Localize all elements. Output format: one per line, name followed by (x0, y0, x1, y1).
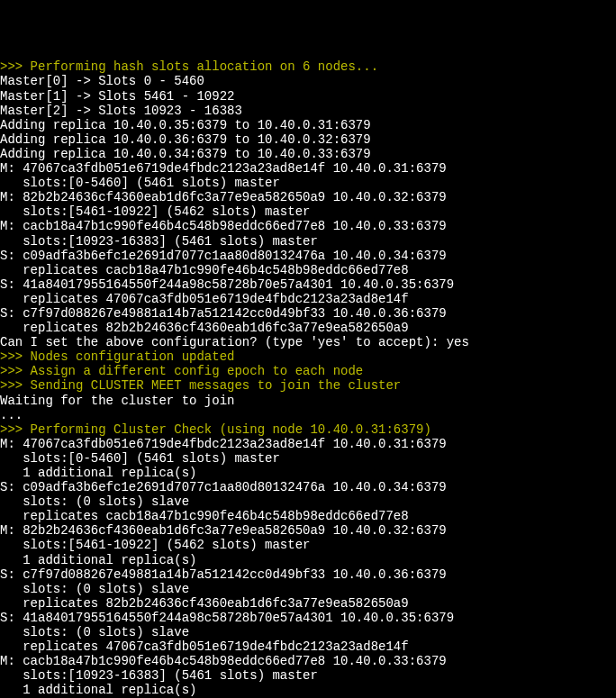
terminal-line: replicates 47067ca3fdb051e6719de4fbdc212… (0, 292, 616, 306)
terminal-line: slots:[10923-16383] (5461 slots) master (0, 234, 616, 249)
terminal-line: S: 41a84017955164550f244a98c58728b70e57a… (0, 611, 616, 625)
terminal-line: slots:[5461-10922] (5462 slots) master (0, 538, 616, 552)
terminal-line: slots:[0-5460] (5461 slots) master (0, 176, 616, 190)
terminal-line: Adding replica 10.40.0.35:6379 to 10.40.… (0, 118, 616, 132)
terminal-line: S: c09adfa3b6efc1e2691d7077c1aa80d801324… (0, 249, 616, 263)
terminal-line: slots: (0 slots) slave (0, 494, 616, 509)
terminal-line: slots:[10923-16383] (5461 slots) master (0, 668, 616, 683)
terminal-line: replicates cacb18a47b1c990fe46b4c548b98e… (0, 509, 616, 523)
terminal-line: >>> Performing Cluster Check (using node… (0, 422, 616, 437)
terminal-line: S: c7f97d088267e49881a14b7a512142cc0d49b… (0, 306, 616, 321)
terminal-line: slots: (0 slots) slave (0, 582, 616, 596)
terminal-line: Master[0] -> Slots 0 - 5460 (0, 74, 616, 88)
terminal-line: 1 additional replica(s) (0, 553, 616, 567)
terminal-line: >>> Sending CLUSTER MEET messages to joi… (0, 378, 616, 393)
terminal-line: M: cacb18a47b1c990fe46b4c548b98eddc66ed7… (0, 654, 616, 668)
terminal-line: M: cacb18a47b1c990fe46b4c548b98eddc66ed7… (0, 219, 616, 233)
terminal-line: M: 82b2b24636cf4360eab1d6fc3a77e9ea58265… (0, 523, 616, 538)
terminal-line: >>> Performing hash slots allocation on … (0, 59, 616, 74)
terminal-line: ... (0, 408, 616, 422)
terminal-line: S: 41a84017955164550f244a98c58728b70e57a… (0, 277, 616, 292)
terminal-line: 1 additional replica(s) (0, 683, 616, 697)
terminal-line: replicates 47067ca3fdb051e6719de4fbdc212… (0, 639, 616, 654)
terminal-line: replicates 82b2b24636cf4360eab1d6fc3a77e… (0, 321, 616, 335)
terminal-line: replicates 82b2b24636cf4360eab1d6fc3a77e… (0, 596, 616, 611)
terminal-line: M: 82b2b24636cf4360eab1d6fc3a77e9ea58265… (0, 190, 616, 204)
terminal-line: >>> Assign a different config epoch to e… (0, 364, 616, 378)
terminal-line: slots: (0 slots) slave (0, 625, 616, 639)
terminal-line: S: c7f97d088267e49881a14b7a512142cc0d49b… (0, 567, 616, 582)
terminal-line: Adding replica 10.40.0.36:6379 to 10.40.… (0, 132, 616, 147)
terminal-line: Master[2] -> Slots 10923 - 16383 (0, 104, 616, 118)
terminal-line: 1 additional replica(s) (0, 466, 616, 480)
terminal-line: Can I set the above configuration? (type… (0, 335, 616, 349)
terminal-line: >>> Nodes configuration updated (0, 349, 616, 364)
terminal-line: slots:[5461-10922] (5462 slots) master (0, 204, 616, 219)
terminal-line: Master[1] -> Slots 5461 - 10922 (0, 89, 616, 104)
terminal-line: Adding replica 10.40.0.34:6379 to 10.40.… (0, 147, 616, 161)
terminal-output: >>> Performing hash slots allocation on … (0, 59, 616, 698)
terminal-line: M: 47067ca3fdb051e6719de4fbdc2123a23ad8e… (0, 161, 616, 176)
terminal-line: M: 47067ca3fdb051e6719de4fbdc2123a23ad8e… (0, 437, 616, 451)
terminal-line: Waiting for the cluster to join (0, 394, 616, 408)
terminal-line: S: c09adfa3b6efc1e2691d7077c1aa80d801324… (0, 480, 616, 494)
terminal-line: replicates cacb18a47b1c990fe46b4c548b98e… (0, 263, 616, 277)
terminal-line: slots:[0-5460] (5461 slots) master (0, 451, 616, 466)
